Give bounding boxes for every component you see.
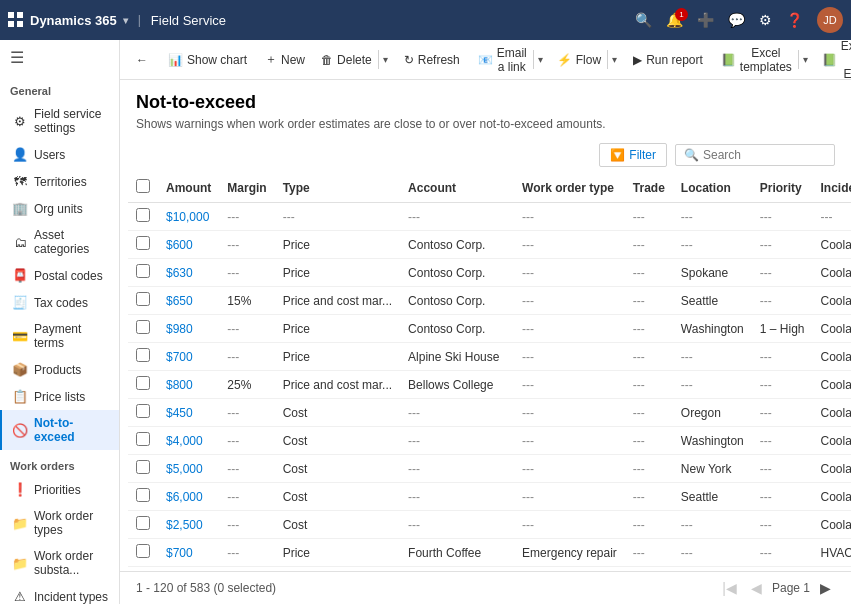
row-checkbox-5[interactable] [136,348,150,362]
cell-location: Seattle [673,287,752,315]
first-page-button[interactable]: |◀ [718,578,741,598]
row-checkbox-12[interactable] [136,544,150,558]
avatar[interactable]: JD [817,7,843,33]
filter-button[interactable]: 🔽 Filter [599,143,667,167]
cell-location: --- [673,371,752,399]
email-link-arrow[interactable]: ▾ [533,50,547,69]
delete-button-main[interactable]: 🗑 Delete [315,49,378,71]
cell-work-order_type: --- [514,399,625,427]
excel-templates-arrow[interactable]: ▾ [798,50,812,69]
next-page-button[interactable]: ▶ [816,578,835,598]
sidebar-item-not-to-exceed[interactable]: 🚫Not-to-exceed [0,410,119,450]
sidebar-item-label: Price lists [34,390,85,404]
flow-arrow[interactable]: ▾ [607,50,621,69]
app-logo[interactable]: Dynamics 365 ▾ [8,12,128,28]
sidebar-item-territories[interactable]: 🗺Territories [0,168,119,195]
delete-button-split[interactable]: 🗑 Delete ▾ [315,49,392,71]
notification-badge: 1 [675,8,688,21]
cell-type: Price [275,343,400,371]
col-priority[interactable]: Priority [752,173,813,203]
new-button-split[interactable]: ＋ New [259,47,311,72]
row-checkbox-8[interactable] [136,432,150,446]
back-button[interactable]: ← [128,49,156,71]
amount-link[interactable]: $650 [166,294,193,308]
search-icon[interactable]: 🔍 [635,12,652,28]
sidebar-item-asset-categories[interactable]: 🗂Asset categories [0,222,119,262]
row-checkbox-0[interactable] [136,208,150,222]
cell-trade: --- [625,539,673,567]
cell-trade: --- [625,203,673,231]
show-chart-button[interactable]: 📊 Show chart [160,49,255,71]
prev-page-button[interactable]: ◀ [747,578,766,598]
row-checkbox-3[interactable] [136,292,150,306]
sidebar-item-price-lists[interactable]: 📋Price lists [0,383,119,410]
cell-priority: 1 – High [752,315,813,343]
notification-icon[interactable]: 🔔1 [666,12,683,28]
flow-button-split[interactable]: ⚡ Flow ▾ [551,49,621,71]
excel-templates-button-split[interactable]: 📗 Excel templates ▾ [715,42,812,78]
run-report-button[interactable]: ▶ Run report [625,49,711,71]
excel-templates-main[interactable]: 📗 Excel templates [715,42,798,78]
col-margin[interactable]: Margin [219,173,274,203]
row-checkbox-6[interactable] [136,376,150,390]
sidebar-item-field-service-settings[interactable]: ⚙Field service settings [0,101,119,141]
sidebar-item-products[interactable]: 📦Products [0,356,119,383]
sidebar-item-incident-types[interactable]: ⚠Incident types [0,583,119,604]
hamburger-button[interactable]: ☰ [0,40,119,75]
amount-link[interactable]: $4,000 [166,434,203,448]
col-trade[interactable]: Trade [625,173,673,203]
amount-link[interactable]: $800 [166,378,193,392]
new-button-main[interactable]: ＋ New [259,47,311,72]
select-all-checkbox[interactable] [136,179,150,193]
col-type[interactable]: Type [275,173,400,203]
export-excel-button-split[interactable]: 📗 Export to Excel ▾ [816,40,851,85]
col-incident-type[interactable]: Incident type ↓ [812,173,851,203]
col-work-order-type[interactable]: Work order type [514,173,625,203]
row-checkbox-2[interactable] [136,264,150,278]
amount-link[interactable]: $700 [166,546,193,560]
add-icon[interactable]: ➕ [697,12,714,28]
amount-link[interactable]: $5,000 [166,462,203,476]
sidebar-item-work-order-substatuses[interactable]: 📁Work order substa... [0,543,119,583]
amount-link[interactable]: $10,000 [166,210,209,224]
row-checkbox-11[interactable] [136,516,150,530]
email-link-main[interactable]: 📧 Email a link [472,42,533,78]
flow-main[interactable]: ⚡ Flow [551,49,607,71]
sidebar-item-payment-terms[interactable]: 💳Payment terms [0,316,119,356]
sidebar-item-priorities[interactable]: ❗Priorities [0,476,119,503]
cell-account: --- [400,483,514,511]
chat-icon[interactable]: 💬 [728,12,745,28]
refresh-button[interactable]: ↻ Refresh [396,49,468,71]
amount-link[interactable]: $980 [166,322,193,336]
sidebar-item-org-units[interactable]: 🏢Org units [0,195,119,222]
amount-link[interactable]: $450 [166,406,193,420]
delete-button-arrow[interactable]: ▾ [378,50,392,69]
help-icon[interactable]: ❓ [786,12,803,28]
sidebar-item-work-order-types[interactable]: 📁Work order types [0,503,119,543]
sidebar-item-users[interactable]: 👤Users [0,141,119,168]
export-excel-main[interactable]: 📗 Export to Excel [816,40,851,85]
amount-link[interactable]: $700 [166,350,193,364]
page-header: Not-to-exceed Shows warnings when work o… [120,80,851,137]
cell-trade: --- [625,315,673,343]
table-row: $80025%Price and cost mar...Bellows Coll… [128,371,851,399]
col-location[interactable]: Location [673,173,752,203]
amount-link[interactable]: $2,500 [166,518,203,532]
email-link-button-split[interactable]: 📧 Email a link ▾ [472,42,547,78]
row-checkbox-10[interactable] [136,488,150,502]
cell-margin: --- [219,343,274,371]
row-checkbox-1[interactable] [136,236,150,250]
search-input[interactable] [703,148,826,162]
settings-icon[interactable]: ⚙ [759,12,772,28]
amount-link[interactable]: $6,000 [166,490,203,504]
row-checkbox-4[interactable] [136,320,150,334]
row-checkbox-7[interactable] [136,404,150,418]
row-checkbox-9[interactable] [136,460,150,474]
sidebar-item-postal-codes[interactable]: 📮Postal codes [0,262,119,289]
amount-link[interactable]: $630 [166,266,193,280]
col-amount[interactable]: Amount [158,173,219,203]
col-account[interactable]: Account [400,173,514,203]
amount-link[interactable]: $600 [166,238,193,252]
cell-type: Cost [275,455,400,483]
sidebar-item-tax-codes[interactable]: 🧾Tax codes [0,289,119,316]
